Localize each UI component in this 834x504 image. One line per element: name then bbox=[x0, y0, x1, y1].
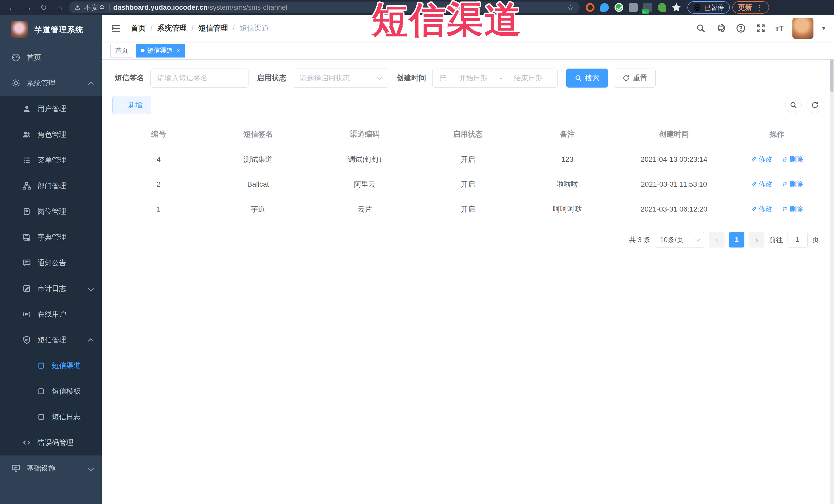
paused-label: 已暂停 bbox=[704, 3, 724, 12]
pencil-icon bbox=[751, 206, 757, 212]
browser-back-icon[interactable]: ← bbox=[5, 2, 19, 13]
sidebar-item-label: 首页 bbox=[27, 52, 93, 62]
sidebar-item-notice[interactable]: 通知公告 bbox=[0, 250, 102, 276]
caret-down-icon[interactable]: ▾ bbox=[822, 25, 825, 32]
extension-icon[interactable] bbox=[672, 3, 681, 12]
more-vert-icon[interactable]: ⋮ bbox=[756, 3, 763, 12]
sidebar-item-sms-template[interactable]: 短信模板 bbox=[0, 378, 102, 404]
sidebar-item-sms[interactable]: 短信管理 bbox=[0, 327, 102, 353]
sidebar-item-roles[interactable]: 角色管理 bbox=[0, 122, 102, 147]
github-icon[interactable] bbox=[715, 23, 726, 34]
refresh-table-button[interactable] bbox=[807, 97, 823, 113]
cell-code: 调试(钉钉) bbox=[311, 147, 418, 172]
reset-button[interactable]: 重置 bbox=[614, 69, 656, 88]
user-avatar[interactable] bbox=[792, 18, 813, 39]
sms-channel-table: 编号 短信签名 渠道编码 启用状态 备注 创建时间 操作 4 测试渠道 bbox=[112, 122, 823, 222]
cell-id: 1 bbox=[112, 197, 205, 222]
paused-extension-button[interactable]: 😀 已暂停 bbox=[687, 1, 730, 14]
breadcrumb-item[interactable]: 首页 bbox=[131, 23, 146, 34]
security-warning-icon[interactable]: ⚠ bbox=[74, 3, 81, 12]
tag-home[interactable]: 首页 bbox=[110, 44, 133, 58]
add-button[interactable]: + 新增 bbox=[112, 96, 151, 114]
help-icon[interactable] bbox=[735, 23, 746, 34]
breadcrumb-separator: / bbox=[192, 24, 194, 32]
sidebar-item-label: 审计日志 bbox=[38, 284, 83, 293]
extension-icon[interactable] bbox=[586, 3, 594, 12]
sidebar-item-sms-log[interactable]: 短信日志 bbox=[0, 404, 102, 430]
sign-placeholder: 请输入短信签名 bbox=[157, 73, 208, 83]
breadcrumb-item[interactable]: 系统管理 bbox=[157, 23, 187, 34]
bookmark-star-icon[interactable]: ☆ bbox=[567, 3, 574, 12]
sidebar-item-audit-log[interactable]: 审计日志 bbox=[0, 276, 102, 302]
trash-icon bbox=[782, 206, 788, 212]
sidebar-item-system[interactable]: 系统管理 bbox=[0, 70, 102, 96]
sidebar-item-error-code[interactable]: 错误码管理 bbox=[0, 430, 102, 456]
page-size-select[interactable]: 10条/页 bbox=[655, 232, 704, 247]
cell-status: 开启 bbox=[418, 147, 518, 172]
cell-id: 4 bbox=[112, 147, 205, 172]
sidebar-item-label: 短信模板 bbox=[52, 387, 93, 396]
sidebar-item-posts[interactable]: 岗位管理 bbox=[0, 199, 102, 224]
sidebar-item-departments[interactable]: 部门管理 bbox=[0, 173, 102, 199]
edit-log-icon bbox=[22, 283, 32, 294]
fullscreen-icon[interactable] bbox=[755, 23, 767, 34]
page-unit-label: 页 bbox=[812, 235, 819, 244]
prev-page-button[interactable]: ‹ bbox=[709, 232, 724, 247]
sign-input[interactable]: 请输入短信签名 bbox=[150, 69, 248, 88]
toggle-search-button[interactable] bbox=[785, 97, 802, 113]
status-select[interactable]: 请选择启用状态 bbox=[293, 69, 388, 88]
sidebar-item-menus[interactable]: 菜单管理 bbox=[0, 147, 102, 173]
table-row: 4 测试渠道 调试(钉钉) 开启 123 2021-04-13 00:23:14… bbox=[112, 147, 823, 172]
search-icon[interactable] bbox=[695, 23, 706, 34]
extension-icon[interactable] bbox=[629, 3, 638, 12]
extension-icon[interactable] bbox=[615, 3, 623, 12]
sidebar-item-online-users[interactable]: 在线用户 bbox=[0, 302, 102, 327]
sidebar-item-label: 通知公告 bbox=[38, 258, 93, 268]
cell-actions: 修改 删除 bbox=[731, 197, 823, 222]
sidebar-item-dict[interactable]: 字典管理 bbox=[0, 224, 102, 250]
next-page-button[interactable]: › bbox=[749, 232, 764, 247]
extension-icon[interactable] bbox=[600, 3, 609, 12]
sidebar-item-infra[interactable]: 基础设施 bbox=[0, 456, 102, 481]
delete-link[interactable]: 删除 bbox=[782, 204, 803, 214]
browser-address-bar[interactable]: ⚠ 不安全 dashboard.yudao.iocoder.cn/system/… bbox=[69, 2, 579, 13]
sidebar-item-label: 短信日志 bbox=[52, 412, 93, 422]
square-icon bbox=[36, 412, 46, 422]
delete-link[interactable]: 删除 bbox=[782, 155, 803, 164]
status-placeholder: 请选择启用状态 bbox=[300, 73, 350, 83]
tag-label: 首页 bbox=[115, 46, 128, 55]
current-page-button[interactable]: 1 bbox=[729, 232, 744, 247]
extension-icon[interactable] bbox=[643, 3, 652, 12]
page-size-value: 10条/页 bbox=[660, 235, 684, 244]
font-size-icon[interactable]: тT bbox=[775, 24, 784, 32]
sidebar-item-sms-channel[interactable]: 短信渠道 bbox=[0, 353, 102, 378]
extension-icon[interactable] bbox=[658, 3, 666, 12]
tags-view-bar: 首页 短信渠道 × bbox=[102, 42, 834, 60]
breadcrumb-item[interactable]: 短信管理 bbox=[198, 23, 228, 34]
cell-actions: 修改 删除 bbox=[731, 172, 823, 197]
edit-link[interactable]: 修改 bbox=[751, 155, 772, 164]
search-button[interactable]: 搜索 bbox=[566, 69, 608, 88]
close-icon[interactable]: × bbox=[176, 47, 180, 54]
sidebar-item-users[interactable]: 用户管理 bbox=[0, 96, 102, 122]
tag-sms-channel[interactable]: 短信渠道 × bbox=[136, 44, 185, 58]
url-divider bbox=[109, 4, 110, 11]
delete-link[interactable]: 删除 bbox=[782, 179, 803, 189]
sidebar-item-label: 在线用户 bbox=[38, 309, 93, 319]
edit-link[interactable]: 修改 bbox=[751, 179, 772, 189]
page-scrollbar[interactable] bbox=[830, 15, 834, 504]
browser-reload-icon[interactable]: ↻ bbox=[37, 2, 50, 13]
breadcrumb-current: 短信渠道 bbox=[239, 23, 269, 34]
browser-update-button[interactable]: 更新 ⋮ bbox=[732, 1, 769, 14]
edit-link[interactable]: 修改 bbox=[751, 204, 772, 214]
main-area: 首页 / 系统管理 / 短信管理 / 短信渠道 bbox=[102, 15, 834, 504]
chevron-down-icon bbox=[88, 465, 94, 472]
sidebar-item-home[interactable]: 首页 bbox=[0, 45, 102, 70]
sidebar-collapse-icon[interactable] bbox=[110, 23, 122, 34]
chevron-up-icon bbox=[88, 81, 94, 87]
goto-page-input[interactable] bbox=[788, 232, 808, 247]
browser-home-icon[interactable]: ⌂ bbox=[53, 2, 66, 13]
date-range-picker[interactable]: 开始日期 - 结束日期 bbox=[432, 69, 557, 88]
pencil-icon bbox=[751, 156, 757, 162]
browser-forward-icon[interactable]: → bbox=[21, 2, 35, 13]
